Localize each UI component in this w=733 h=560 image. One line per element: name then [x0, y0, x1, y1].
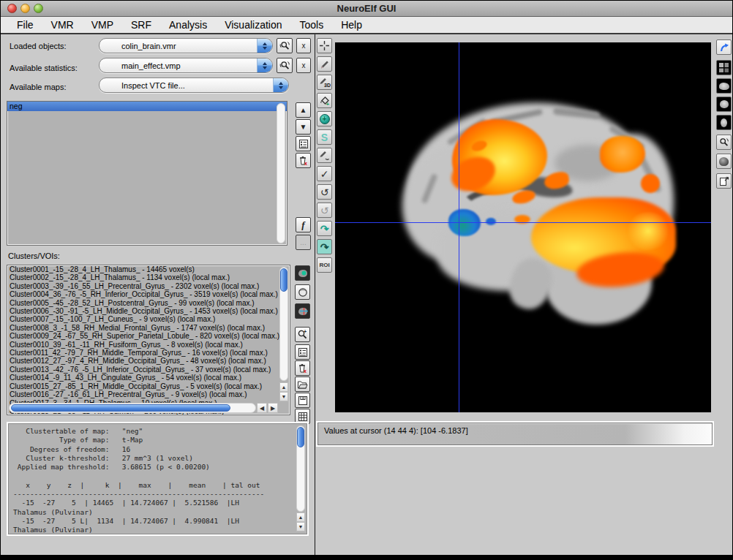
- zoom-view-button[interactable]: [716, 135, 732, 150]
- cluster-item[interactable]: Cluster0008_3_-1_58_RH_Medial_Frontal_Gy…: [7, 324, 279, 332]
- table-vscrollbar[interactable]: [296, 425, 305, 512]
- inspect-vmr-button[interactable]: [277, 38, 293, 53]
- cluster-properties-button[interactable]: [295, 344, 310, 360]
- undo-button[interactable]: ↺: [317, 184, 332, 200]
- cluster-item[interactable]: Cluster0015_27_-85_1_RH_Middle_Occipital…: [7, 382, 279, 390]
- properties-list-icon: [298, 139, 309, 149]
- map-item[interactable]: neg: [7, 102, 287, 111]
- map-move-down-button[interactable]: ▼: [296, 119, 311, 135]
- menu-item[interactable]: VMP: [83, 19, 122, 31]
- draw-second-button[interactable]: [317, 148, 332, 163]
- svg-text:+: +: [326, 101, 329, 107]
- cluster-sphere-button[interactable]: [295, 284, 310, 300]
- cluster-item[interactable]: Cluster0009_24_-67_55_RH_Superior_Pariet…: [7, 332, 279, 340]
- flood-fill-button[interactable]: +: [317, 93, 332, 108]
- menu-item[interactable]: File: [8, 19, 42, 31]
- render-view-button[interactable]: [716, 154, 732, 169]
- cluster-item[interactable]: Cluster0014_-9_11_43_LH_Cingulate_Gyrus_…: [7, 374, 279, 382]
- undock-view-button[interactable]: [716, 39, 732, 55]
- draw-3d-button[interactable]: 3D: [317, 75, 332, 90]
- brain-marker-icon: [297, 268, 309, 279]
- clusters-vscrollbar[interactable]: [279, 267, 288, 381]
- maps-scrollbar[interactable]: [277, 103, 285, 243]
- cluster-item[interactable]: Cluster0004_36_-76_-5_RH_Inferior_Occipi…: [7, 290, 279, 298]
- sagittal-slice-view[interactable]: [335, 42, 711, 412]
- three-slice-view-button[interactable]: [716, 60, 732, 75]
- close-vmr-button[interactable]: x: [296, 38, 311, 53]
- scroll-up-button[interactable]: ▲: [279, 382, 288, 392]
- clusters-listbox[interactable]: Cluster0001_-15_-28_4_LH_Thalamus_ - 144…: [7, 265, 290, 415]
- cluster-item[interactable]: Cluster0012_27_-97_4_RH_Middle_Occipital…: [7, 357, 279, 365]
- menu-item[interactable]: Visualization: [216, 19, 290, 31]
- delete-map-button[interactable]: x: [296, 153, 311, 168]
- save-voi-button[interactable]: [295, 393, 310, 408]
- cluster-item[interactable]: Cluster0001_-15_-28_4_LH_Thalamus_ - 144…: [7, 265, 279, 273]
- menu-item[interactable]: Tools: [291, 19, 333, 31]
- menu-item[interactable]: Analysis: [160, 19, 216, 31]
- panel-divider: [315, 34, 315, 556]
- cluster-item[interactable]: Cluster0005_-45_-28_52_LH_Postcentral_Gy…: [7, 299, 279, 307]
- redo-button[interactable]: ↷: [317, 221, 332, 236]
- dropdown-arrows-icon: [257, 39, 272, 53]
- scroll-up-button[interactable]: ▲: [296, 512, 305, 522]
- maps-dropdown[interactable]: Inspect VTC file...: [99, 77, 289, 93]
- cluster-table-pane[interactable]: Clustertable of map: "neg" Type of map: …: [8, 423, 307, 534]
- cluster-table-button[interactable]: [295, 409, 310, 424]
- zoom-cluster-button[interactable]: +: [295, 327, 310, 342]
- scroll-left-button[interactable]: ◀: [257, 403, 267, 413]
- map-options-button[interactable]: ...: [296, 235, 311, 250]
- crosshair-tool-button[interactable]: [317, 38, 332, 53]
- cluster-item[interactable]: Cluster0006_-30_-91_-5_LH_Middle_Occipit…: [7, 307, 279, 315]
- draw-2d-button[interactable]: [317, 56, 332, 72]
- loaded-objects-dropdown[interactable]: colin_brain.vmr: [99, 38, 273, 53]
- cluster-item[interactable]: Cluster0016_-27_-16_61_LH_Precentral_Gyr…: [7, 390, 279, 398]
- loaded-objects-value: colin_brain.vmr: [121, 42, 176, 50]
- scroll-down-button[interactable]: ▼: [296, 522, 305, 531]
- brain-crosshair-icon: [297, 306, 309, 317]
- redo-all-button[interactable]: ↷: [317, 239, 332, 254]
- sagittal-view-button[interactable]: [716, 78, 732, 94]
- map-move-up-button[interactable]: ▲: [296, 102, 311, 118]
- pencil-underlay-icon: [319, 150, 331, 162]
- cluster-item[interactable]: Cluster0011_42_-79_7_RH_Middle_Temporal_…: [7, 349, 279, 357]
- cluster-item[interactable]: Cluster0010_39_-61_-11_RH_Fusiform_Gyrus…: [7, 341, 279, 349]
- maps-listbox[interactable]: neg: [7, 101, 287, 246]
- marker-sphere-button[interactable]: +: [317, 111, 332, 126]
- statistics-value: main_effect.vmp: [121, 61, 181, 70]
- table-vscroll-thumb[interactable]: [297, 427, 304, 447]
- cluster-item[interactable]: Cluster0007_-15_-100_7_LH_Cuneus_ - 9 vo…: [7, 315, 279, 323]
- title-bar[interactable]: NeuroElf GUI: [1, 1, 732, 17]
- clusters-hscroll-thumb[interactable]: [11, 404, 230, 412]
- close-vmp-button[interactable]: x: [296, 58, 311, 73]
- scroll-right-button[interactable]: ▶: [268, 403, 278, 413]
- clusters-hscrollbar[interactable]: [9, 403, 256, 413]
- cluster-item[interactable]: Cluster0013_-42_-76_-5_LH_Inferior_Occip…: [7, 366, 279, 374]
- new-window-button[interactable]: [716, 173, 732, 189]
- cluster-item[interactable]: Cluster0003_-39_-16_55_LH_Precentral_Gyr…: [7, 282, 279, 290]
- undo-all-button[interactable]: ↺: [317, 203, 332, 218]
- statistics-dropdown[interactable]: main_effect.vmp: [99, 58, 273, 73]
- pencil-3d-icon: 3D: [319, 77, 331, 88]
- scroll-down-button[interactable]: ▼: [279, 392, 288, 401]
- menu-item[interactable]: SRF: [122, 19, 160, 31]
- magnifier-refresh-icon: [718, 137, 729, 148]
- map-properties-button[interactable]: [296, 136, 311, 151]
- magnifier-refresh-icon: [279, 40, 290, 51]
- accept-changes-button[interactable]: ✓: [317, 166, 332, 181]
- delete-cluster-button[interactable]: x: [295, 360, 310, 376]
- show-clusters-button[interactable]: [295, 265, 310, 281]
- map-formula-button[interactable]: f: [296, 217, 311, 232]
- smooth-button[interactable]: S: [317, 129, 332, 145]
- menu-item[interactable]: Help: [332, 19, 371, 31]
- coronal-view-button[interactable]: [716, 97, 732, 112]
- menu-item[interactable]: VMR: [42, 19, 83, 31]
- magnifier-refresh-icon: [279, 60, 290, 71]
- roi-button[interactable]: ROI: [317, 257, 332, 273]
- axial-view-button[interactable]: [716, 115, 732, 130]
- clusters-vscroll-thumb[interactable]: [280, 268, 287, 292]
- goto-cluster-peak-button[interactable]: [295, 303, 310, 319]
- inspect-vmp-button[interactable]: [277, 58, 293, 73]
- render-brain-icon: [719, 157, 729, 166]
- cluster-item[interactable]: Cluster0002_-15_-28_4_LH_Thalamus_ - 113…: [7, 273, 279, 281]
- load-voi-button[interactable]: [295, 377, 310, 392]
